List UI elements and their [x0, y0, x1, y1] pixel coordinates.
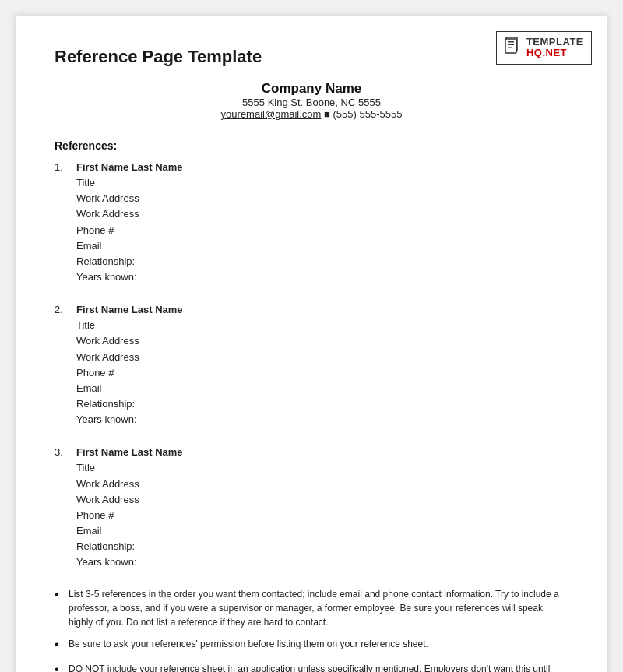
bullet-item: • Be sure to ask your references' permis…: [55, 637, 568, 654]
ref-item: 1. First Name Last Name Title Work Addre…: [55, 160, 568, 285]
company-name: Company Name: [55, 81, 568, 97]
logo-icon: [505, 37, 522, 58]
ref-email: Email: [76, 381, 183, 396]
ref-number: 3.: [55, 445, 76, 570]
svg-rect-5: [508, 41, 514, 43]
ref-number: 2.: [55, 302, 76, 427]
ref-work-address1: Work Address: [76, 333, 183, 349]
ref-email: Email: [76, 523, 183, 539]
ref-title: Title: [76, 175, 183, 191]
company-section: Company Name 5555 King St. Boone, NC 555…: [55, 81, 568, 120]
bullet-text: DO NOT include your reference sheet in a…: [69, 662, 568, 672]
ref-relationship: Relationship:: [76, 539, 183, 554]
bullet-item: • DO NOT include your reference sheet in…: [55, 662, 568, 672]
ref-details: First Name Last Name Title Work Address …: [76, 445, 183, 570]
references-list: 1. First Name Last Name Title Work Addre…: [55, 160, 568, 570]
svg-rect-6: [508, 44, 514, 46]
ref-years-known: Years known:: [76, 554, 183, 570]
ref-work-address1: Work Address: [76, 477, 183, 492]
ref-phone: Phone #: [76, 223, 183, 238]
bullet-dot: •: [55, 635, 69, 654]
company-address: 5555 King St. Boone, NC 5555: [55, 97, 568, 108]
ref-details: First Name Last Name Title Work Address …: [76, 302, 183, 427]
logo-hq-label: HQ.NET: [526, 47, 583, 58]
ref-email: Email: [76, 238, 183, 254]
ref-title: Title: [76, 460, 183, 476]
section-divider: [55, 128, 568, 128]
ref-name: First Name Last Name: [76, 445, 183, 460]
bullet-text: Be sure to ask your references' permissi…: [69, 637, 568, 651]
svg-rect-4: [505, 39, 516, 53]
ref-phone: Phone #: [76, 508, 183, 523]
company-phone: (555) 555-5555: [333, 108, 402, 120]
ref-phone: Phone #: [76, 365, 183, 381]
ref-item: 2. First Name Last Name Title Work Addre…: [55, 302, 568, 427]
logo-template-label: TEMPLATE: [526, 37, 583, 47]
bullet-dot: •: [55, 660, 69, 672]
ref-name: First Name Last Name: [76, 160, 183, 175]
ref-relationship: Relationship:: [76, 396, 183, 412]
ref-item: 3. First Name Last Name Title Work Addre…: [55, 445, 568, 570]
bullet-dot: •: [55, 586, 69, 604]
ref-work-address1: Work Address: [76, 191, 183, 206]
bullet-item: • List 3-5 references in the order you w…: [55, 587, 568, 629]
contact-separator: ■: [324, 108, 333, 120]
ref-title: Title: [76, 318, 183, 333]
bullets-section: • List 3-5 references in the order you w…: [55, 587, 568, 672]
ref-work-address2: Work Address: [76, 492, 183, 508]
ref-number: 1.: [55, 160, 76, 285]
ref-years-known: Years known:: [76, 412, 183, 427]
ref-details: First Name Last Name Title Work Address …: [76, 160, 183, 285]
ref-name: First Name Last Name: [76, 302, 183, 318]
logo-box: TEMPLATE HQ.NET: [496, 31, 592, 65]
references-label: References:: [55, 139, 568, 152]
ref-work-address2: Work Address: [76, 350, 183, 365]
ref-years-known: Years known:: [76, 269, 183, 285]
company-email[interactable]: youremail@gmail.com: [221, 108, 322, 120]
ref-work-address2: Work Address: [76, 206, 183, 222]
bullet-text: List 3-5 references in the order you wan…: [69, 587, 568, 629]
page: TEMPLATE HQ.NET Reference Page Template …: [16, 16, 607, 672]
logo-text: TEMPLATE HQ.NET: [526, 37, 583, 59]
company-contact: youremail@gmail.com ■ (555) 555-5555: [55, 108, 568, 120]
svg-rect-7: [508, 47, 512, 48]
doc-title: Reference Page Template: [55, 47, 568, 67]
ref-relationship: Relationship:: [76, 254, 183, 269]
